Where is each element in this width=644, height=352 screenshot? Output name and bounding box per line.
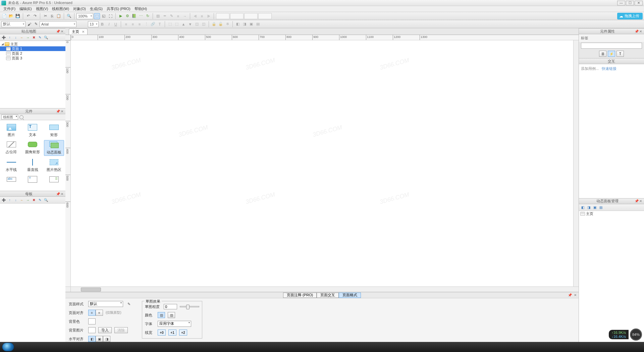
dp-btn-2[interactable]: ◨: [586, 205, 591, 210]
tree-root[interactable]: ◢ 主页: [0, 42, 65, 46]
align-left-seg[interactable]: ≡: [88, 310, 96, 316]
link-button[interactable]: 🔗: [150, 21, 156, 27]
arrow-button[interactable]: →: [182, 13, 188, 19]
pin-icon[interactable]: 📌: [56, 30, 60, 33]
lock-button[interactable]: 🔒: [211, 21, 217, 27]
text-color-button[interactable]: T: [157, 21, 163, 27]
lw-1-button[interactable]: +1: [168, 329, 176, 336]
widget-rounded[interactable]: 圆角矩形: [23, 140, 43, 156]
lw-0-button[interactable]: +0: [158, 329, 166, 336]
unlock-button[interactable]: 🔓: [218, 21, 224, 27]
back-button[interactable]: ▼: [187, 21, 193, 27]
find-button[interactable]: 🔍: [66, 13, 72, 19]
tree-page-3[interactable]: 页面 3: [0, 56, 65, 60]
x-input[interactable]: [216, 13, 229, 19]
indent-button[interactable]: →: [25, 35, 30, 40]
distribute-button[interactable]: ◫: [201, 21, 207, 27]
group-button[interactable]: ⬚: [167, 21, 173, 27]
prop-tab-3[interactable]: T: [616, 51, 624, 57]
outdent-button[interactable]: ←: [19, 35, 24, 40]
paste-button[interactable]: 📋: [56, 13, 62, 19]
align-right-button[interactable]: ⫸: [206, 13, 212, 19]
halign-center[interactable]: ▣: [96, 336, 103, 342]
m-up-button[interactable]: ↑: [7, 198, 12, 203]
copy-button[interactable]: ⎘: [49, 13, 55, 19]
collapse-icon[interactable]: ◢: [1, 42, 5, 46]
y-input[interactable]: [230, 13, 244, 19]
prop-tab-2[interactable]: ⚡: [608, 51, 615, 57]
widget-image[interactable]: 图片: [1, 123, 21, 138]
minimize-button[interactable]: —: [617, 1, 625, 5]
menu-file[interactable]: 文件(F): [1, 6, 17, 11]
sketch-color-1[interactable]: ▨: [158, 312, 165, 318]
widget-hline[interactable]: 水平线: [1, 158, 21, 173]
widget-textfield[interactable]: [1, 175, 21, 185]
import-button[interactable]: 导入: [98, 327, 112, 333]
order-1-button[interactable]: ◧: [235, 21, 241, 27]
m-delete-button[interactable]: ✖: [32, 198, 36, 203]
zoom-region-button[interactable]: ◱: [101, 13, 107, 19]
dp-root[interactable]: 主页: [579, 212, 644, 216]
page-style-edit-button[interactable]: ✎: [126, 301, 132, 307]
tab-page-notes[interactable]: 页面注释 (PRO): [283, 293, 317, 298]
zoom-fit-button[interactable]: ⛶: [107, 13, 113, 19]
sketch-slider[interactable]: [180, 306, 199, 307]
align-center-seg[interactable]: ≡: [96, 310, 103, 316]
pin-icon[interactable]: 📌: [635, 199, 639, 203]
halign-left[interactable]: ◧: [88, 336, 96, 342]
pin-icon[interactable]: 📌: [635, 30, 639, 33]
pin-icon[interactable]: 📌: [56, 109, 60, 113]
open-button[interactable]: 📂: [8, 13, 14, 19]
widget-text[interactable]: 文本: [23, 123, 43, 138]
move-up-button[interactable]: ↑: [7, 35, 12, 40]
halign-right[interactable]: ◨: [103, 336, 110, 342]
close-icon[interactable]: ✕: [639, 199, 643, 203]
close-icon[interactable]: ✕: [574, 293, 577, 297]
new-button[interactable]: 📄: [1, 13, 7, 19]
size-combo[interactable]: 13: [88, 21, 99, 27]
start-button[interactable]: [2, 343, 14, 351]
sketch-level-input[interactable]: [164, 304, 177, 309]
preview-button[interactable]: ▶: [118, 13, 124, 19]
widget-vline[interactable]: 垂直线: [23, 158, 43, 173]
close-icon[interactable]: ✕: [60, 192, 64, 196]
order-2-button[interactable]: ◨: [241, 21, 248, 27]
align-left-button[interactable]: ⫷: [192, 13, 198, 19]
widget-category-combo[interactable]: 线框图: [1, 115, 18, 120]
redo-button[interactable]: ↷: [32, 13, 38, 19]
bg-image-preview[interactable]: [88, 327, 96, 333]
search-icon[interactable]: [19, 115, 23, 119]
close-icon[interactable]: ✕: [60, 109, 64, 113]
align-text-right-button[interactable]: ≡: [137, 21, 143, 27]
sketch-color-2[interactable]: ▨: [168, 312, 175, 318]
generate-html-button[interactable]: ⚙: [124, 13, 130, 19]
horizontal-scrollbar[interactable]: [65, 287, 579, 292]
scroll-thumb[interactable]: [81, 288, 101, 292]
m-left-button[interactable]: ←: [19, 198, 24, 203]
clear-button[interactable]: 清除: [114, 327, 128, 333]
style-edit-button[interactable]: ✎: [33, 21, 39, 27]
menu-help[interactable]: 帮助(H): [132, 6, 149, 11]
font-combo[interactable]: Arial: [40, 21, 76, 27]
menu-wireframe[interactable]: 线框图(W): [50, 6, 71, 11]
bg-color-swatch[interactable]: [88, 318, 96, 324]
line-color-button[interactable]: ✎: [168, 13, 174, 19]
close-icon[interactable]: ✕: [639, 30, 643, 33]
pin-icon[interactable]: 📌: [56, 192, 60, 196]
add-master-button[interactable]: ➕: [1, 198, 6, 203]
lw-2-button[interactable]: +2: [179, 329, 187, 336]
dp-btn-1[interactable]: ◧: [580, 205, 585, 210]
widget-dynamic[interactable]: 动态面板: [44, 140, 64, 156]
w-input[interactable]: [244, 13, 258, 19]
dp-btn-4[interactable]: ▤: [598, 205, 603, 210]
align-text-left-button[interactable]: ≡: [123, 21, 129, 27]
order-4-button[interactable]: ▤: [255, 21, 261, 27]
menu-edit[interactable]: 编辑(E): [17, 6, 34, 11]
m-edit-button[interactable]: ✎: [38, 198, 42, 203]
style-paint-button[interactable]: 🖌: [26, 21, 32, 27]
close-tab-icon[interactable]: ✕: [82, 30, 85, 34]
dp-btn-3[interactable]: ▣: [592, 205, 597, 210]
widget-placeholder[interactable]: 占位符: [1, 140, 21, 156]
bold-button[interactable]: B: [99, 21, 105, 27]
close-icon[interactable]: ✕: [60, 30, 64, 33]
